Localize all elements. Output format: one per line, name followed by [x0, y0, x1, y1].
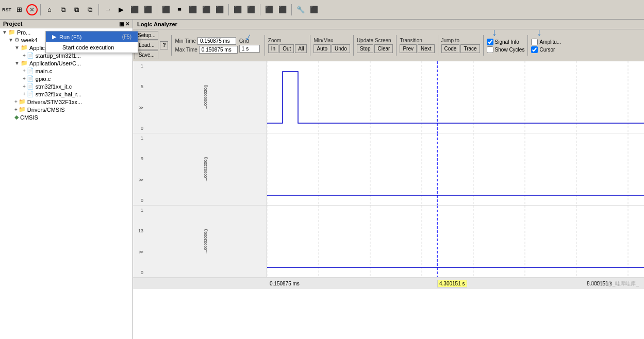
show-cycles-checkbox[interactable] [487, 46, 493, 53]
run-shortcut: (F5) [122, 34, 131, 40]
update-stop-button[interactable]: Stop [357, 44, 374, 53]
toolbar-btn-6[interactable]: ⬛ [128, 4, 141, 16]
toolbar-btn-16[interactable]: ⬛ [276, 4, 289, 16]
toolbar-btn-13[interactable]: ⬛ [232, 4, 244, 16]
sidebar-item-label-drvcmsis: Drivers/CMSIS [27, 107, 65, 113]
cursor-checkbox[interactable] [531, 46, 538, 53]
time-info-group: Min Time 0.150875 ms Max Time 0.150875 m… [175, 37, 237, 54]
timeline-time1: 0.150875 ms [270, 281, 300, 286]
toolbar-btn-7[interactable]: ⬛ [142, 4, 154, 16]
toolbar-btn-12[interactable]: ⬛ [213, 4, 226, 16]
cursor-label: Cursor [539, 47, 555, 53]
toolbar-btn-15[interactable]: ⬛ [263, 4, 275, 16]
logic-sep-2 [265, 35, 265, 56]
minmax-undo-button[interactable]: Undo [332, 44, 350, 53]
minmax-label-group: Min/Max Auto Undo [313, 38, 350, 53]
update-label-group: Update Screen Stop Clear [357, 38, 393, 53]
sidebar-item-drv32[interactable]: + 📁 Drivers/STM32F1xx... [0, 98, 133, 106]
waveform-signal-area-2 [267, 133, 644, 205]
transition-group: Transition Prev Next [400, 38, 434, 53]
sig-num-top-1: 1 [141, 63, 143, 69]
sig-side-label-1: 5 [141, 84, 143, 89]
file-icon-hal: 📄 [27, 91, 34, 97]
toolbar-btn-17[interactable]: 🔧 [294, 4, 307, 16]
zoom-buttons: In Out All [268, 44, 307, 53]
amplitude-label: Amplitu... [539, 39, 561, 45]
update-clear-button[interactable]: Clear [374, 44, 393, 53]
toolbar-btn-grid[interactable]: ⊞ [13, 4, 25, 16]
watermark: CSDN @_哇库哇库_ [591, 280, 639, 287]
sidebar-item-cmsis[interactable]: ◆ CMSIS [0, 113, 133, 121]
sidebar-item-label-main: main.c [36, 68, 52, 74]
update-group: Update Screen Stop Clear [357, 38, 393, 53]
logic-sep-5 [396, 35, 397, 56]
sidebar-item-gpio[interactable]: + 📄 gpio.c [0, 75, 133, 82]
sig-arrow-2: ≫ [139, 177, 143, 182]
expand-icon-hal: + [23, 91, 26, 97]
zoom-in-button[interactable]: In [268, 44, 278, 53]
toolbar-btn-4[interactable]: ⧉ [84, 4, 96, 16]
waveform-svg-1 [267, 61, 644, 133]
sig-side-label-2: 9 [141, 156, 143, 161]
waveform-svg-2 [267, 133, 644, 205]
toolbar-btn-18[interactable]: ⬛ [308, 4, 320, 16]
waveform-row-2: 1 9 ≫ 0 ...00002200() [133, 133, 644, 206]
amplitude-checkbox[interactable] [531, 39, 538, 45]
sig-num-bottom-1: 0 [141, 126, 143, 131]
logic-sep-6 [438, 35, 438, 56]
toolbar-sep-1 [40, 4, 41, 15]
minmax-auto-button[interactable]: Auto [313, 44, 331, 53]
toolbar-btn-5[interactable]: ▶ [115, 4, 127, 16]
toolbar-btn-1[interactable]: ⌂ [43, 4, 56, 16]
main-toolbar: RST ⊞ ✕ ⌂ ⧉ ⧉ ⧉ → ▶ ⬛ ⬛ ⬛ ≡ ⬛ ⬛ ⬛ ⬛ ⬛ ⬛ … [0, 0, 644, 20]
toolbar-btn-stop-circle[interactable]: ✕ [26, 4, 38, 15]
show-cycles-label: Show Cycles [495, 47, 525, 53]
jumpto-code-button[interactable]: Code [441, 44, 460, 53]
zoom-all-button[interactable]: All [295, 44, 307, 53]
transition-next-button[interactable]: Next [418, 44, 435, 53]
file-icon-startup: 📄 [27, 52, 34, 59]
toolbar-btn-3[interactable]: ⧉ [70, 4, 82, 16]
grid-value-row: 1 s [239, 45, 260, 53]
toolbar-btn-9[interactable]: ≡ [173, 4, 186, 16]
logic-toolbar: Setup... Load... Save... ? Min Time 0.15… [133, 29, 644, 61]
sig-arrow-1: ≫ [139, 105, 143, 110]
file-icon-it: 📄 [27, 83, 34, 90]
context-menu-run[interactable]: ▶ Run (F5) (F5) [46, 31, 138, 42]
logic-panel: Logic Analyzer Setup... Load... Save... … [133, 20, 644, 339]
sidebar-item-it[interactable]: + 📄 stm32f1xx_it.c [0, 82, 133, 90]
toolbar-btn-11[interactable]: ⬛ [200, 4, 212, 16]
sidebar-controls: ▣ ✕ [119, 21, 129, 27]
toolbar-btn-14[interactable]: ⬛ [245, 4, 257, 16]
sidebar-item-label-gpio: gpio.c [36, 76, 51, 82]
sidebar-item-main[interactable]: + 📄 main.c [0, 67, 133, 75]
toolbar-btn-step[interactable]: → [102, 4, 114, 16]
amplitude-row: Amplitu... [531, 39, 561, 45]
update-buttons: Stop Clear [357, 44, 393, 53]
help-button[interactable]: ? [160, 41, 168, 49]
arrow-amplitude: ↓ [536, 26, 541, 38]
waveform-signal-area-3 [267, 206, 644, 277]
signal-group: ↓ Signal Info Show Cycles [487, 38, 525, 53]
toolbar-btn-10[interactable]: ⬛ [187, 4, 199, 16]
sidebar-header: Project ▣ ✕ [0, 20, 133, 28]
timeline-footer: 0.150875 ms 4.300151 s 8.000151 s CSDN @… [133, 278, 644, 289]
sidebar-item-userC[interactable]: ▼ 📁 Application/User/C... [0, 59, 133, 67]
jumpto-buttons: Code Trace [441, 44, 480, 53]
sidebar-item-label-hal: stm32f1xx_hal_r... [36, 91, 81, 97]
signal-info-checkbox[interactable] [487, 39, 493, 45]
jumpto-trace-button[interactable]: Trace [460, 44, 480, 53]
context-menu-start[interactable]: Start code execution [46, 42, 138, 53]
expand-icon-gpio: + [23, 76, 26, 81]
zoom-label: Zoom [268, 38, 307, 43]
toolbar-btn-8[interactable]: ⬛ [160, 4, 172, 16]
sidebar-item-drvcmsis[interactable]: + 📁 Drivers/CMSIS [0, 106, 133, 113]
zoom-out-button[interactable]: Out [279, 44, 294, 53]
sidebar-item-label-week4: week4 [21, 37, 38, 43]
transition-prev-button[interactable]: Prev [400, 44, 417, 53]
timeline-time2: 4.300151 s [437, 280, 467, 287]
run-icon: ▶ [52, 33, 56, 40]
file-icon-gpio: 📄 [27, 75, 34, 82]
toolbar-btn-2[interactable]: ⧉ [57, 4, 69, 16]
sidebar-item-hal[interactable]: + 📄 stm32f1xx_hal_r... [0, 90, 133, 98]
